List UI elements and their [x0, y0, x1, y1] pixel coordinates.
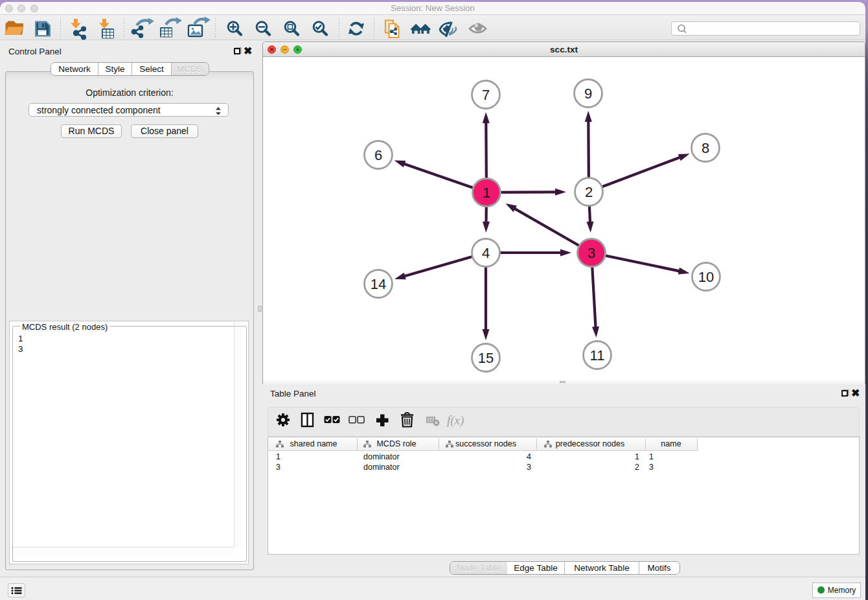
svg-text:6: 6	[374, 147, 382, 163]
svg-text:14: 14	[371, 276, 386, 292]
svg-text:1: 1	[483, 185, 490, 201]
svg-text:7: 7	[482, 87, 490, 103]
svg-text:2: 2	[585, 184, 593, 200]
svg-text:9: 9	[584, 86, 592, 102]
svg-text:f(x): f(x)	[447, 413, 464, 428]
svg-text:11: 11	[590, 347, 605, 363]
svg-text:3: 3	[588, 245, 595, 261]
svg-text:4: 4	[482, 245, 490, 261]
svg-text:8: 8	[702, 140, 709, 156]
svg-text:10: 10	[698, 269, 714, 285]
svg-text:15: 15	[478, 350, 494, 366]
